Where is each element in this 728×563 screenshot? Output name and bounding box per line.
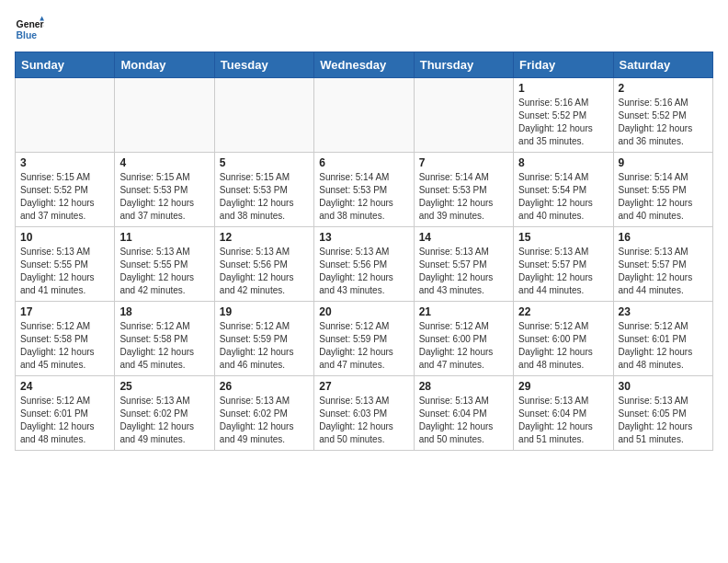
weekday-header-monday: Monday [115, 52, 214, 78]
day-info: Sunrise: 5:13 AM Sunset: 6:05 PM Dayligh… [619, 395, 708, 446]
day-info: Sunrise: 5:16 AM Sunset: 5:52 PM Dayligh… [518, 97, 608, 148]
day-number: 8 [518, 156, 608, 169]
day-info: Sunrise: 5:13 AM Sunset: 5:57 PM Dayligh… [518, 246, 608, 297]
day-number: 1 [518, 82, 608, 95]
day-number: 18 [119, 305, 209, 318]
calendar-cell: 27Sunrise: 5:13 AM Sunset: 6:03 PM Dayli… [314, 376, 414, 451]
calendar-cell: 6Sunrise: 5:14 AM Sunset: 5:53 PM Daylig… [314, 153, 414, 227]
calendar-cell: 9Sunrise: 5:14 AM Sunset: 5:55 PM Daylig… [613, 153, 712, 227]
day-info: Sunrise: 5:13 AM Sunset: 6:04 PM Dayligh… [518, 395, 608, 446]
day-info: Sunrise: 5:12 AM Sunset: 6:01 PM Dayligh… [619, 320, 708, 372]
page-header: General Blue [15, 15, 713, 44]
day-info: Sunrise: 5:15 AM Sunset: 5:52 PM Dayligh… [20, 171, 109, 223]
calendar-cell: 14Sunrise: 5:13 AM Sunset: 5:57 PM Dayli… [414, 227, 513, 302]
calendar-cell: 20Sunrise: 5:12 AM Sunset: 5:59 PM Dayli… [314, 302, 414, 376]
day-info: Sunrise: 5:12 AM Sunset: 5:58 PM Dayligh… [20, 320, 109, 372]
weekday-header-sunday: Sunday [16, 52, 115, 78]
day-info: Sunrise: 5:13 AM Sunset: 5:56 PM Dayligh… [220, 246, 309, 297]
calendar-cell: 4Sunrise: 5:15 AM Sunset: 5:53 PM Daylig… [115, 153, 214, 227]
day-info: Sunrise: 5:13 AM Sunset: 5:55 PM Dayligh… [119, 246, 209, 297]
calendar-table: SundayMondayTuesdayWednesdayThursdayFrid… [15, 52, 713, 451]
calendar-cell: 19Sunrise: 5:12 AM Sunset: 5:59 PM Dayli… [214, 302, 313, 376]
logo: General Blue [15, 15, 48, 44]
day-number: 25 [119, 380, 209, 393]
day-info: Sunrise: 5:14 AM Sunset: 5:53 PM Dayligh… [319, 171, 408, 223]
calendar-cell: 16Sunrise: 5:13 AM Sunset: 5:57 PM Dayli… [613, 227, 712, 302]
day-number: 12 [220, 231, 309, 244]
day-info: Sunrise: 5:13 AM Sunset: 5:55 PM Dayligh… [20, 246, 109, 297]
calendar-cell [214, 78, 313, 153]
calendar-cell: 10Sunrise: 5:13 AM Sunset: 5:55 PM Dayli… [16, 227, 115, 302]
day-info: Sunrise: 5:12 AM Sunset: 5:59 PM Dayligh… [220, 320, 309, 372]
day-info: Sunrise: 5:13 AM Sunset: 6:02 PM Dayligh… [220, 395, 309, 446]
day-info: Sunrise: 5:13 AM Sunset: 5:57 PM Dayligh… [619, 246, 708, 297]
day-info: Sunrise: 5:14 AM Sunset: 5:54 PM Dayligh… [518, 171, 608, 223]
calendar-cell: 12Sunrise: 5:13 AM Sunset: 5:56 PM Dayli… [214, 227, 313, 302]
weekday-header-wednesday: Wednesday [314, 52, 414, 78]
calendar-cell [314, 78, 414, 153]
calendar-cell: 26Sunrise: 5:13 AM Sunset: 6:02 PM Dayli… [214, 376, 313, 451]
day-number: 26 [220, 380, 309, 393]
calendar-cell: 25Sunrise: 5:13 AM Sunset: 6:02 PM Dayli… [115, 376, 214, 451]
day-number: 29 [518, 380, 608, 393]
calendar-cell: 23Sunrise: 5:12 AM Sunset: 6:01 PM Dayli… [613, 302, 712, 376]
calendar-week-5: 24Sunrise: 5:12 AM Sunset: 6:01 PM Dayli… [16, 376, 713, 451]
day-number: 15 [518, 231, 608, 244]
day-number: 14 [419, 231, 508, 244]
calendar-cell [414, 78, 513, 153]
day-info: Sunrise: 5:15 AM Sunset: 5:53 PM Dayligh… [220, 171, 309, 223]
day-info: Sunrise: 5:13 AM Sunset: 6:04 PM Dayligh… [419, 395, 508, 446]
day-number: 2 [619, 82, 708, 95]
day-number: 23 [619, 305, 708, 318]
day-info: Sunrise: 5:14 AM Sunset: 5:53 PM Dayligh… [419, 171, 508, 223]
day-number: 16 [619, 231, 708, 244]
calendar-cell: 24Sunrise: 5:12 AM Sunset: 6:01 PM Dayli… [16, 376, 115, 451]
weekday-header-saturday: Saturday [613, 52, 712, 78]
svg-text:Blue: Blue [17, 30, 38, 40]
day-number: 30 [619, 380, 708, 393]
day-number: 11 [119, 231, 209, 244]
calendar-cell: 3Sunrise: 5:15 AM Sunset: 5:52 PM Daylig… [16, 153, 115, 227]
day-number: 28 [419, 380, 508, 393]
calendar-cell: 21Sunrise: 5:12 AM Sunset: 6:00 PM Dayli… [414, 302, 513, 376]
calendar-cell: 28Sunrise: 5:13 AM Sunset: 6:04 PM Dayli… [414, 376, 513, 451]
day-info: Sunrise: 5:12 AM Sunset: 5:59 PM Dayligh… [319, 320, 408, 372]
calendar-week-1: 1Sunrise: 5:16 AM Sunset: 5:52 PM Daylig… [16, 78, 713, 153]
day-info: Sunrise: 5:12 AM Sunset: 6:00 PM Dayligh… [419, 320, 508, 372]
calendar-cell: 30Sunrise: 5:13 AM Sunset: 6:05 PM Dayli… [613, 376, 712, 451]
day-info: Sunrise: 5:13 AM Sunset: 6:03 PM Dayligh… [319, 395, 408, 446]
svg-marker-2 [40, 17, 44, 21]
day-number: 7 [419, 156, 508, 169]
day-number: 27 [319, 380, 408, 393]
day-number: 17 [20, 305, 109, 318]
calendar-cell: 11Sunrise: 5:13 AM Sunset: 5:55 PM Dayli… [115, 227, 214, 302]
day-info: Sunrise: 5:12 AM Sunset: 6:00 PM Dayligh… [518, 320, 608, 372]
day-info: Sunrise: 5:13 AM Sunset: 6:02 PM Dayligh… [119, 395, 209, 446]
day-number: 24 [20, 380, 109, 393]
weekday-header-friday: Friday [514, 52, 613, 78]
day-number: 13 [319, 231, 408, 244]
calendar-cell [115, 78, 214, 153]
day-number: 3 [20, 156, 109, 169]
day-info: Sunrise: 5:16 AM Sunset: 5:52 PM Dayligh… [619, 97, 708, 148]
day-number: 9 [619, 156, 708, 169]
day-info: Sunrise: 5:13 AM Sunset: 5:56 PM Dayligh… [319, 246, 408, 297]
calendar-week-3: 10Sunrise: 5:13 AM Sunset: 5:55 PM Dayli… [16, 227, 713, 302]
calendar-cell: 1Sunrise: 5:16 AM Sunset: 5:52 PM Daylig… [514, 78, 613, 153]
day-info: Sunrise: 5:12 AM Sunset: 6:01 PM Dayligh… [20, 395, 109, 446]
calendar-week-4: 17Sunrise: 5:12 AM Sunset: 5:58 PM Dayli… [16, 302, 713, 376]
weekday-header-thursday: Thursday [414, 52, 513, 78]
day-number: 19 [220, 305, 309, 318]
svg-text:General: General [17, 19, 44, 29]
weekday-header-row: SundayMondayTuesdayWednesdayThursdayFrid… [16, 52, 713, 78]
day-number: 4 [119, 156, 209, 169]
calendar-cell: 13Sunrise: 5:13 AM Sunset: 5:56 PM Dayli… [314, 227, 414, 302]
calendar-cell: 22Sunrise: 5:12 AM Sunset: 6:00 PM Dayli… [514, 302, 613, 376]
calendar-cell [16, 78, 115, 153]
day-info: Sunrise: 5:13 AM Sunset: 5:57 PM Dayligh… [419, 246, 508, 297]
day-number: 6 [319, 156, 408, 169]
calendar-cell: 5Sunrise: 5:15 AM Sunset: 5:53 PM Daylig… [214, 153, 313, 227]
logo-icon: General Blue [15, 15, 44, 44]
calendar-cell: 15Sunrise: 5:13 AM Sunset: 5:57 PM Dayli… [514, 227, 613, 302]
calendar-cell: 2Sunrise: 5:16 AM Sunset: 5:52 PM Daylig… [613, 78, 712, 153]
